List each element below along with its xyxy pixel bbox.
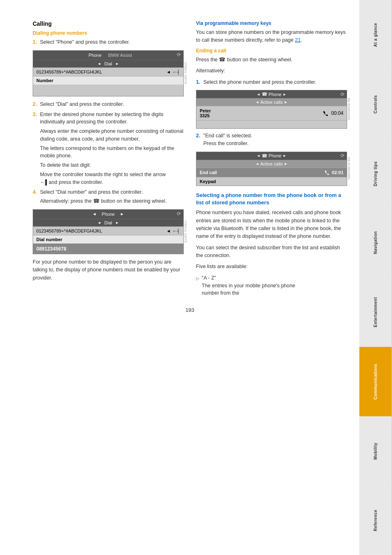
end-call-time: 02:01 <box>325 170 343 175</box>
keyboard-chars-2: 0123456789+*#ABCDEFGHIJKL <box>36 228 102 233</box>
sidebar-tab-controls[interactable]: Controls <box>359 69 392 139</box>
sidebar-tab-navigation[interactable]: Navigation <box>359 208 392 278</box>
section-title: Calling <box>33 20 184 27</box>
step-3-note4: Move the controller towards the right to… <box>40 171 184 186</box>
screen-nav-dial-2: ◄ Dial ► <box>33 219 183 226</box>
sidebar-tab-driving-tips[interactable]: Driving tips <box>359 139 392 208</box>
psm-nav-l2: ◄ <box>256 162 259 166</box>
left-column: Calling Dialing phone numbers 1. Select … <box>33 20 184 299</box>
pss-body-1: Peter 3325 00:04 <box>196 106 347 120</box>
pss-header-1: ◄ ☎ Phone ► ⟳ <box>196 90 347 98</box>
sidebar-tab-reference[interactable]: Reference <box>359 486 392 555</box>
screen-empty-1 <box>33 85 183 96</box>
active-calls-label-2: Active calls <box>260 161 283 166</box>
end-call-icon <box>325 170 330 175</box>
backspace-icon-2: ◄ <box>166 228 171 233</box>
screen-phone-2: ◄ Phone ► ⟳ ◄ Dial ► 0123456789+*#ABCDEF… <box>33 209 184 254</box>
sidebar-tab-entertainment[interactable]: Entertainment <box>359 278 392 347</box>
screen-number-label-1: Number <box>33 76 183 85</box>
screen-header-1: Phone BMW Assist ⟳ <box>33 51 183 60</box>
nav-right-2: ► <box>120 212 124 216</box>
right-column: Via programmable memory keys You can sto… <box>196 20 347 299</box>
screen2-side-label: V30141 100YS <box>183 209 188 254</box>
active-calls-label-1: Active calls <box>260 100 283 105</box>
keyboard-chars-1: 0123456789+*#ABCDEFGHIJKL <box>36 69 102 74</box>
delete-icon-2: ←┤ <box>172 228 180 233</box>
nav-left-1: ◄ <box>98 62 101 66</box>
nav-right-1: ► <box>115 62 119 66</box>
selecting-title: Selecting a phone number from the phone … <box>196 192 347 206</box>
psm-header-1: ◄ ☎ Phone ► ⟳ <box>196 152 347 160</box>
psm-phone-label-1: Phone <box>269 153 282 158</box>
psm-1: ◄ ☎ Phone ► ⟳ ◄ Active calls <box>196 152 347 186</box>
ending-step-num-2: 2. <box>196 132 200 140</box>
screen-phone-1: Phone BMW Assist ⟳ ◄ Dial ► 0123456789+*… <box>33 50 184 96</box>
ending-step-list-2: 2. "End call" is selected.Press the cont… <box>196 132 347 148</box>
nav-left-dial-2: ◄ <box>98 221 101 225</box>
end-call-label: End call <box>200 170 217 175</box>
page-link-21[interactable]: 21 <box>295 37 301 43</box>
step-3-note3: To delete the last digit: <box>40 161 184 169</box>
caller-number-1: 3325 <box>200 113 211 118</box>
pss-nav-r1: ► <box>283 92 287 96</box>
screen-box-1: Phone BMW Assist ⟳ ◄ Dial ► 0123456789+*… <box>33 50 184 96</box>
bullet-az-continued: number from the <box>202 289 295 297</box>
ending-step-num-1: 1. <box>196 78 200 86</box>
screen-phone-value: 08912345678 <box>33 244 183 254</box>
step-num-1: 1. <box>33 38 37 46</box>
sidebar-tab-communications[interactable]: Communications <box>359 347 392 416</box>
step-list-left: 1. Select "Phone" and press the controll… <box>33 38 184 46</box>
step-1: 1. Select "Phone" and press the controll… <box>33 38 184 46</box>
psm-nav-r1: ► <box>283 154 287 158</box>
ending-step-1: 1. Select the phone number and press the… <box>196 78 347 86</box>
keyboard-arrows-2: ◄ ←┤ <box>166 228 180 233</box>
sidebar-tab-at-a-glance[interactable]: At a glance <box>359 0 392 69</box>
pss-phone-label-1: Phone <box>269 92 282 97</box>
screen-keyboard-1: 0123456789+*#ABCDEFGHIJKL ◄ ←┤ <box>33 67 183 76</box>
psm-nav-r2: ► <box>284 162 288 166</box>
pss-nav-r2: ► <box>284 100 288 104</box>
bmw-assist-tab: BMW Assist <box>108 53 132 58</box>
psm-row-1: ◄ Active calls ► <box>196 160 347 168</box>
subsection-dialing: Dialing phone numbers <box>33 30 184 36</box>
active-calls-screen-1: ◄ ☎ Phone ► ⟳ ◄ Active calls <box>196 90 347 129</box>
phone-tab: Phone <box>85 52 106 58</box>
ending-alt: Alternatively: <box>196 67 347 75</box>
screen4-side-label: EE E74E02961 <box>346 152 351 186</box>
step-num-3: 3. <box>33 111 37 119</box>
bullet-arrow-1: ▷ <box>196 275 199 297</box>
pss-phone-icon-1: ☎ <box>262 92 267 97</box>
step-num-2: 2. <box>33 101 37 108</box>
step-2: 2. Select "Dial" and press the controlle… <box>33 101 184 108</box>
pss-nav-l2: ◄ <box>256 100 259 104</box>
keyboard-arrows-1: ◄ ←┤ <box>166 69 180 74</box>
step-list-2: 2. Select "Dial" and press the controlle… <box>33 101 184 205</box>
step-3-note1: Always enter the complete phone number c… <box>40 128 184 143</box>
five-lists-text: Five lists are available: <box>196 263 347 271</box>
nav-right-dial-2: ► <box>115 221 119 225</box>
sidebar-tab-mobility[interactable]: Mobility <box>359 416 392 486</box>
bullet-az-label: "A - Z" <box>202 274 295 282</box>
step-3: 3. Enter the desired phone number by sel… <box>33 111 184 186</box>
footer-text: For your phone number to be displayed to… <box>33 258 184 282</box>
call-time-1: 00:04 <box>323 110 343 116</box>
main-content: Calling Dialing phone numbers 1. Select … <box>0 0 359 555</box>
pss-row-1: ◄ Active calls ► <box>196 98 347 106</box>
pss-icon-1: ⟳ <box>341 92 345 97</box>
caller-info-1: Peter 3325 <box>200 108 211 118</box>
bullet-item-az: ▷ "A - Z" The entries in your mobile pho… <box>196 274 347 297</box>
caller-name-1: Peter <box>200 108 211 113</box>
screen-icon-1: ⟳ <box>177 52 181 58</box>
screen-box-2: ◄ Phone ► ⟳ ◄ Dial ► 0123456789+*#ABCDEF… <box>33 209 184 254</box>
ending-step-list: 1. Select the phone number and press the… <box>196 78 347 86</box>
phone-tab-2: Phone <box>98 211 119 217</box>
ending-step-2: 2. "End call" is selected.Press the cont… <box>196 132 347 148</box>
ending-step1: Press the ☎ button on the steering wheel… <box>196 56 347 64</box>
screen-keyboard-2: 0123456789+*#ABCDEFGHIJKL ◄ ←┤ <box>33 226 183 235</box>
pss-empty-1 <box>196 120 347 128</box>
delete-icon-1: ←┤ <box>172 69 180 74</box>
call-icon-1 <box>323 110 330 116</box>
screen-nav-dial-1: ◄ Dial ► <box>33 60 183 67</box>
step-4: 4. Select "Dial number" and press the co… <box>33 188 184 205</box>
screen-header-2: ◄ Phone ► ⟳ <box>33 210 183 219</box>
